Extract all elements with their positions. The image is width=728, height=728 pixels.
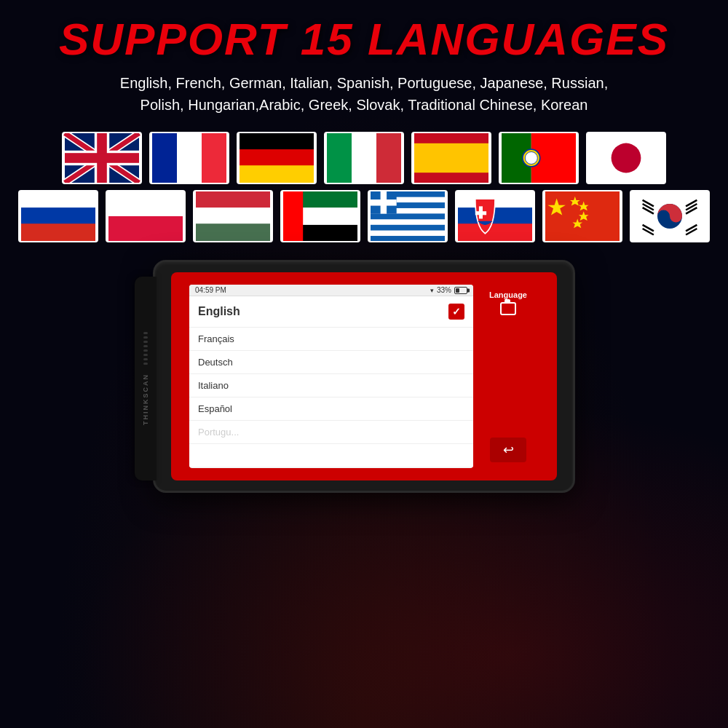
language-name-german: Deutsch [198,357,233,368]
svg-rect-9 [152,133,177,183]
wifi-icon: ▾ [430,287,434,294]
svg-rect-8 [65,153,139,163]
flag-de [237,132,317,184]
language-item-spanish[interactable]: Español [189,397,473,421]
svg-point-25 [525,152,537,165]
svg-rect-57 [475,211,486,215]
language-list-screen: English ✓ Français Deutsch Italiano [189,296,473,467]
language-item-french[interactable]: Français [189,328,473,351]
svg-rect-35 [196,223,270,241]
svg-rect-52 [371,199,397,206]
flag-kr [630,190,710,242]
svg-rect-28 [21,191,95,209]
svg-rect-45 [371,214,445,220]
flags-row-1 [15,132,713,184]
main-content: SUPPORT 15 LANGUAGES English, French, Ge… [0,0,728,493]
subtitle-line2: Polish, Hungarian,Arabic, Greek, Slovak,… [141,97,588,113]
flag-hu [193,190,273,242]
grip-dot [143,332,148,334]
right-panel: Language ↩ [475,285,541,468]
svg-rect-13 [240,149,314,167]
svg-rect-10 [177,133,202,183]
battery-percent: 33% [437,286,451,294]
grip-dot [143,341,148,343]
device-screen-border: 04:59 PM ▾ 33% Englis [171,272,557,480]
svg-rect-32 [108,216,183,241]
language-name-portuguese: Portugu... [198,427,239,438]
battery-fill [456,288,459,293]
grip-dot [143,336,148,339]
svg-rect-29 [21,207,95,225]
svg-rect-14 [240,165,314,183]
svg-rect-55 [458,223,532,241]
language-panel-label: Language [489,290,527,299]
svg-rect-12 [240,133,314,151]
battery-icon [454,287,467,294]
language-item-portuguese[interactable]: Portugu... [189,421,473,444]
flag-pl [106,190,186,242]
svg-rect-11 [202,133,226,183]
svg-rect-47 [371,225,445,231]
back-button[interactable]: ↩ [490,438,526,462]
flag-fr [149,132,229,184]
status-bar: 04:59 PM ▾ 33% [189,285,473,296]
svg-rect-19 [414,143,488,173]
device-section: THINKSCAN 04:59 PM ▾ 33% [0,260,728,493]
svg-rect-39 [283,191,303,241]
status-time: 04:59 PM [195,286,226,294]
flags-row-2 [15,190,713,242]
flag-ae [280,190,360,242]
svg-rect-46 [371,219,445,225]
status-icons: ▾ 33% [430,286,467,294]
language-name-spanish: Español [198,403,232,414]
flag-gr [368,190,448,242]
subtitle-line1: English, French, German, Italian, Spanis… [120,75,608,91]
device-brand-label: THINKSCAN [142,373,149,425]
grip-dot [143,363,148,365]
svg-rect-16 [352,133,376,183]
language-item-italian[interactable]: Italiano [189,374,473,397]
device-screen: 04:59 PM ▾ 33% Englis [189,285,473,468]
flag-es [411,132,491,184]
language-item-german[interactable]: Deutsch [189,351,473,374]
camera-icon [500,302,516,315]
flag-pt [499,132,579,184]
subtitle: English, French, German, Italian, Spanis… [120,72,608,116]
svg-rect-15 [327,133,352,183]
svg-rect-34 [196,207,270,225]
svg-rect-33 [196,191,270,209]
grip-dot [143,349,148,352]
grip-dot [143,358,148,360]
language-header: Language [489,290,527,315]
device-grip-left: THINKSCAN [135,277,157,480]
svg-rect-30 [21,223,95,241]
language-name-english: English [198,305,240,318]
language-name-italian: Italiano [198,380,229,391]
camera-top [505,299,510,303]
flag-it [324,132,404,184]
language-list[interactable]: English ✓ Français Deutsch Italiano [189,296,473,444]
language-item-english[interactable]: English ✓ [189,296,473,328]
svg-rect-49 [371,236,445,241]
flag-sk [455,190,535,242]
language-name-french: Français [198,333,234,344]
grip-dots [143,332,148,365]
svg-rect-17 [376,133,401,183]
back-arrow-icon: ↩ [503,442,514,458]
svg-point-27 [612,143,641,173]
thinkscan-device: THINKSCAN 04:59 PM ▾ 33% [153,260,575,493]
flag-ru [18,190,98,242]
flag-cn [542,190,622,242]
svg-rect-48 [371,231,445,237]
flag-uk [62,132,142,184]
selected-check-icon: ✓ [448,304,464,320]
page-title: SUPPORT 15 LANGUAGES [59,13,669,65]
svg-rect-31 [108,191,183,216]
grip-dot [143,354,148,356]
flag-jp [586,132,666,184]
grip-dot [143,345,148,347]
svg-rect-21 [414,173,488,183]
svg-rect-20 [414,133,488,143]
flags-section [15,132,713,242]
